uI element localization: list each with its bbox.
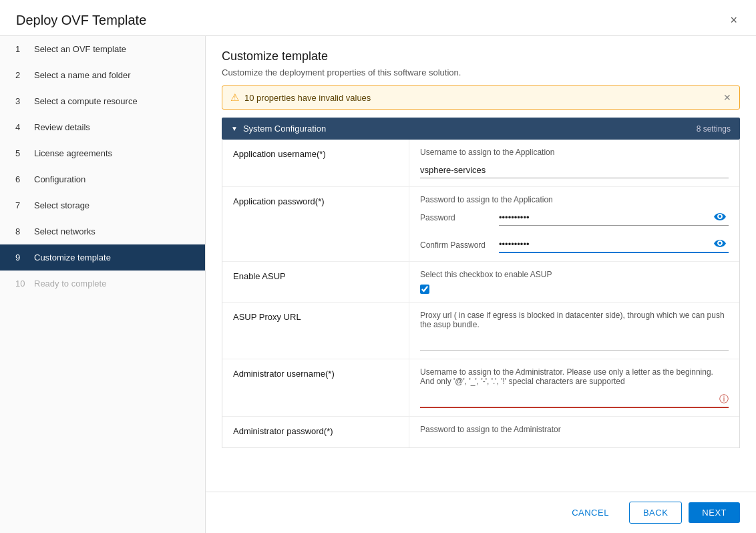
sidebar-label-5: License agreements <box>34 148 112 158</box>
sidebar-label-1: Select an OVF template <box>34 44 126 54</box>
main-content: Customize template Customize the deploym… <box>206 36 756 533</box>
confirm-password-input[interactable] <box>499 236 711 252</box>
password-visibility-toggle[interactable] <box>711 210 729 224</box>
alert-message: 10 properties have invalid values <box>244 93 371 103</box>
field-desc-admin-password: Password to assign to the Administrator <box>420 425 729 434</box>
password-label: Password <box>420 213 494 222</box>
settings-count: 8 settings <box>697 124 731 134</box>
alert-icon: ⚠ <box>230 92 239 104</box>
field-label-app-username: Application username(*) <box>222 140 409 186</box>
step-number-2: 2 <box>15 70 27 80</box>
section-header[interactable]: ▼ System Configuration 8 settings <box>222 118 740 140</box>
step-number-6: 6 <box>15 174 27 184</box>
sidebar-label-3: Select a compute resource <box>34 96 138 106</box>
modal-title: Deploy OVF Template <box>16 13 146 28</box>
sidebar-item-9[interactable]: 9 Customize template <box>0 244 205 271</box>
field-value-admin-username: Username to assign to the Administrator.… <box>409 359 739 416</box>
field-value-asup: Select this checkbox to enable ASUP <box>409 262 739 302</box>
field-value-admin-password: Password to assign to the Administrator <box>409 417 739 448</box>
section-header-left: ▼ System Configuration <box>231 124 326 134</box>
content-title: Customize template <box>222 49 740 63</box>
section-title: System Configuration <box>243 124 326 134</box>
table-row: Application username(*) Username to assi… <box>222 140 739 187</box>
proxy-url-input[interactable] <box>420 335 729 351</box>
step-number-1: 1 <box>15 44 27 54</box>
table-row: Administrator password(*) Password to as… <box>222 417 739 448</box>
field-label-asup: Enable ASUP <box>222 262 409 302</box>
field-desc-app-username: Username to assign to the Application <box>420 148 729 157</box>
field-desc-app-password: Password to assign to the Application <box>420 195 729 204</box>
app-password-input[interactable] <box>499 210 711 225</box>
step-number-7: 7 <box>15 200 27 210</box>
field-label-proxy: ASUP Proxy URL <box>222 303 409 359</box>
sidebar-label-8: Select networks <box>34 226 96 236</box>
modal-body: 1 Select an OVF template 2 Select a name… <box>0 36 756 533</box>
step-number-8: 8 <box>15 226 27 236</box>
next-button[interactable]: NEXT <box>689 502 740 523</box>
step-number-3: 3 <box>15 96 27 106</box>
table-row: Administrator username(*) Username to as… <box>222 359 739 417</box>
sidebar-item-5[interactable]: 5 License agreements <box>0 140 205 166</box>
password-field-row: Password <box>420 210 729 226</box>
alert-bar: ⚠ 10 properties have invalid values ✕ <box>222 85 740 110</box>
error-icon: ⓘ <box>719 393 729 405</box>
sidebar-label-7: Select storage <box>34 200 89 210</box>
sidebar: 1 Select an OVF template 2 Select a name… <box>0 36 206 533</box>
sidebar-item-4[interactable]: 4 Review details <box>0 114 205 140</box>
alert-close-button[interactable]: ✕ <box>723 92 731 103</box>
step-number-10: 10 <box>15 279 27 289</box>
sidebar-item-8[interactable]: 8 Select networks <box>0 218 205 244</box>
sidebar-item-7[interactable]: 7 Select storage <box>0 192 205 218</box>
field-desc-proxy: Proxy url ( in case if egress is blocked… <box>420 311 729 329</box>
sidebar-item-10: 10 Ready to complete <box>0 271 205 297</box>
field-label-admin-password: Administrator password(*) <box>222 417 409 448</box>
field-value-app-username: Username to assign to the Application <box>409 140 739 186</box>
table-row: ASUP Proxy URL Proxy url ( in case if eg… <box>222 303 739 359</box>
content-subtitle: Customize the deployment properties of t… <box>222 67 740 77</box>
app-username-input[interactable] <box>420 162 729 178</box>
settings-table: Application username(*) Username to assi… <box>222 140 740 448</box>
app-password-row-inner: Application password(*) Password to assi… <box>222 187 739 261</box>
step-number-5: 5 <box>15 148 27 158</box>
confirm-password-row: Confirm Password <box>420 236 729 253</box>
chevron-down-icon: ▼ <box>231 125 238 132</box>
password-input-wrap <box>499 210 729 226</box>
sidebar-item-2[interactable]: 2 Select a name and folder <box>0 62 205 88</box>
sidebar-item-1[interactable]: 1 Select an OVF template <box>0 36 205 62</box>
sidebar-label-2: Select a name and folder <box>34 70 131 80</box>
field-desc-asup: Select this checkbox to enable ASUP <box>420 270 729 279</box>
modal-footer: CANCEL BACK NEXT <box>206 492 756 533</box>
close-button[interactable]: × <box>727 11 740 30</box>
field-label-app-password: Application password(*) <box>222 187 409 261</box>
sidebar-label-4: Review details <box>34 122 90 132</box>
confirm-password-label: Confirm Password <box>420 240 494 250</box>
admin-username-input[interactable] <box>420 391 717 407</box>
step-number-9: 9 <box>15 252 27 262</box>
field-value-app-password: Password to assign to the Application Pa… <box>409 187 739 261</box>
table-row: Enable ASUP Select this checkbox to enab… <box>222 262 739 303</box>
sidebar-item-3[interactable]: 3 Select a compute resource <box>0 88 205 114</box>
asup-checkbox[interactable] <box>420 285 429 294</box>
settings-area: ▼ System Configuration 8 settings Applic… <box>206 118 756 492</box>
modal-header: Deploy OVF Template × <box>0 0 756 36</box>
confirm-password-visibility-toggle[interactable] <box>711 237 729 251</box>
back-button[interactable]: BACK <box>629 502 682 524</box>
sidebar-label-9: Customize template <box>34 252 111 262</box>
asup-checkbox-row <box>420 285 729 294</box>
content-header: Customize template Customize the deploym… <box>206 36 756 85</box>
sidebar-item-6[interactable]: 6 Configuration <box>0 166 205 192</box>
deploy-modal: Deploy OVF Template × 1 Select an OVF te… <box>0 0 756 533</box>
sidebar-label-6: Configuration <box>34 174 85 184</box>
step-number-4: 4 <box>15 122 27 132</box>
proxy-url-area <box>420 335 729 351</box>
alert-bar-content: ⚠ 10 properties have invalid values <box>230 92 371 104</box>
table-row: Application password(*) Password to assi… <box>222 187 739 262</box>
admin-username-error-row: ⓘ <box>420 391 729 408</box>
field-label-admin-username: Administrator username(*) <box>222 359 409 416</box>
confirm-password-input-wrap <box>499 236 729 253</box>
sidebar-label-10: Ready to complete <box>34 279 106 289</box>
field-desc-admin-username: Username to assign to the Administrator.… <box>420 367 729 386</box>
field-value-proxy: Proxy url ( in case if egress is blocked… <box>409 303 739 359</box>
cancel-button[interactable]: CANCEL <box>558 502 622 523</box>
